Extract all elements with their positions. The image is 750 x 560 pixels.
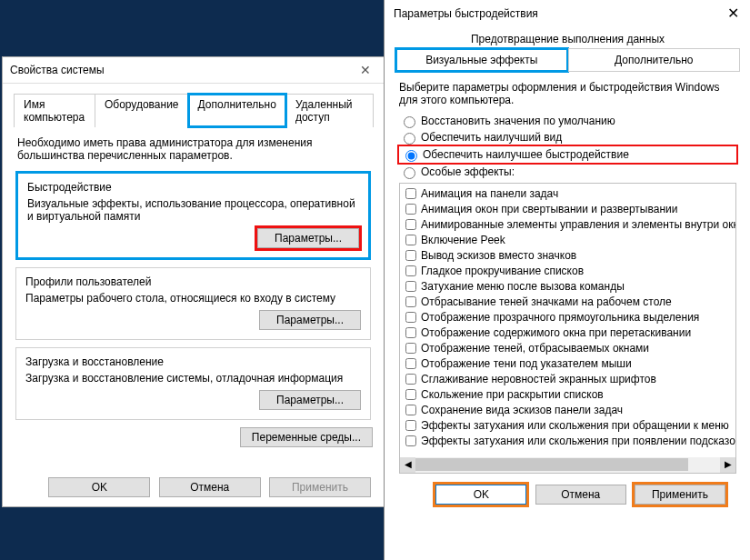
dialog1-footer: OK Отмена Применить bbox=[3, 477, 384, 497]
radio-label: Обеспечить наилучший вид bbox=[421, 131, 562, 144]
profiles-group: Профили пользователей Параметры рабочего… bbox=[15, 267, 371, 340]
performance-group-desc: Визуальные эффекты, использование процес… bbox=[27, 197, 359, 223]
radio-custom[interactable]: Особые эффекты: bbox=[399, 165, 736, 179]
effect-checkbox-row[interactable]: Отбрасывание теней значками на рабочем с… bbox=[404, 294, 732, 309]
dialog1-title: Свойства системы bbox=[10, 64, 105, 76]
effect-checkbox[interactable] bbox=[405, 219, 416, 230]
effect-checkbox[interactable] bbox=[405, 250, 416, 261]
radio-label: Особые эффекты: bbox=[421, 165, 515, 178]
effect-checkbox-row[interactable]: Анимация окон при свертывании и разверты… bbox=[404, 201, 732, 216]
dialog2-cancel-button[interactable]: Отмена bbox=[535, 485, 626, 505]
effect-checkbox-row[interactable]: Скольжение при раскрытии списков bbox=[404, 386, 732, 402]
effect-checkbox-row[interactable]: Отображение содержимого окна при перетас… bbox=[404, 325, 732, 340]
effect-label: Сглаживание неровностей экранных шрифтов bbox=[421, 373, 656, 385]
effect-checkbox[interactable] bbox=[405, 374, 416, 385]
effect-checkbox-row[interactable]: Сохранение вида эскизов панели задач bbox=[404, 402, 732, 417]
effect-checkbox-row[interactable]: Сглаживание неровностей экранных шрифтов bbox=[404, 371, 732, 386]
effect-checkbox-row[interactable]: Гладкое прокручивание списков bbox=[404, 263, 732, 278]
dialog2-apply-button[interactable]: Применить bbox=[635, 485, 725, 505]
effect-label: Отображение содержимого окна при перетас… bbox=[421, 326, 691, 339]
scroll-right-icon[interactable]: ▶ bbox=[720, 457, 735, 473]
performance-group: Быстродействие Визуальные эффекты, испол… bbox=[15, 171, 371, 260]
dialog2-ok-button[interactable]: OK bbox=[435, 485, 526, 505]
close-icon[interactable]: ✕ bbox=[347, 57, 384, 83]
effect-checkbox[interactable] bbox=[405, 358, 416, 369]
scroll-left-icon[interactable]: ◀ bbox=[400, 457, 415, 473]
scrollbar-thumb[interactable] bbox=[415, 458, 688, 471]
effect-checkbox[interactable] bbox=[405, 327, 416, 338]
effect-label: Эффекты затухания или скольжения при поя… bbox=[421, 435, 736, 447]
effect-checkbox[interactable] bbox=[405, 296, 416, 307]
effect-checkbox[interactable] bbox=[405, 343, 416, 354]
effect-checkbox-row[interactable]: Эффекты затухания или скольжения при обр… bbox=[404, 417, 732, 433]
effects-checklist[interactable]: Анимация на панели задачАнимация окон пр… bbox=[399, 183, 736, 474]
close-icon[interactable]: ✕ bbox=[715, 2, 750, 25]
dialog2-tabstrip: Визуальные эффекты Дополнительно bbox=[395, 48, 740, 72]
effect-checkbox[interactable] bbox=[405, 405, 416, 415]
scrollbar-track[interactable] bbox=[415, 457, 720, 473]
effect-checkbox[interactable] bbox=[405, 281, 416, 292]
dep-tab-label[interactable]: Предотвращение выполнения данных bbox=[395, 33, 740, 45]
radio-input[interactable] bbox=[404, 116, 415, 128]
effect-checkbox[interactable] bbox=[405, 204, 416, 215]
tab-advanced[interactable]: Дополнительно bbox=[188, 94, 286, 127]
effect-label: Включение Peek bbox=[421, 234, 505, 246]
startup-group-desc: Загрузка и восстановление системы, отлад… bbox=[25, 372, 361, 385]
performance-settings-button[interactable]: Параметры... bbox=[257, 228, 359, 248]
radio-input[interactable] bbox=[405, 150, 417, 162]
profiles-group-desc: Параметры рабочего стола, относящиеся ко… bbox=[25, 292, 361, 305]
effect-checkbox[interactable] bbox=[405, 389, 416, 400]
effect-checkbox[interactable] bbox=[405, 265, 416, 276]
effect-label: Анимация окон при свертывании и разверты… bbox=[421, 203, 677, 215]
profiles-settings-button[interactable]: Параметры... bbox=[259, 310, 361, 330]
tab-remote[interactable]: Удаленный доступ bbox=[285, 94, 374, 127]
dialog1-tabstrip: Имя компьютера Оборудование Дополнительн… bbox=[14, 93, 373, 127]
startup-group-title: Загрузка и восстановление bbox=[25, 355, 361, 368]
effect-label: Отображение теней, отбрасываемых окнами bbox=[421, 342, 649, 355]
effect-checkbox-row[interactable]: Анимированные элементы управления и элем… bbox=[404, 216, 732, 232]
radio-input[interactable] bbox=[404, 133, 415, 145]
effect-checkbox-row[interactable]: Отображение прозрачного прямоугольника в… bbox=[404, 309, 732, 325]
dialog2-title: Параметры быстродействия bbox=[394, 7, 538, 20]
dialog2-footer: OK Отмена Применить bbox=[395, 474, 740, 505]
dialog1-ok-button[interactable]: OK bbox=[48, 477, 150, 497]
effect-checkbox[interactable] bbox=[405, 188, 416, 199]
effect-label: Отображение тени под указателем мыши bbox=[421, 357, 632, 370]
horizontal-scrollbar[interactable]: ◀ ▶ bbox=[400, 457, 735, 473]
dialog1-apply-button[interactable]: Применить bbox=[269, 477, 371, 497]
radio-best-performance[interactable]: Обеспечить наилучшее быстродействие bbox=[399, 146, 736, 163]
radio-restore-defaults[interactable]: Восстановить значения по умолчанию bbox=[399, 114, 736, 128]
environment-variables-button[interactable]: Переменные среды... bbox=[240, 427, 373, 447]
tab-computer-name[interactable]: Имя компьютера bbox=[14, 94, 95, 127]
tab-advanced2[interactable]: Дополнительно bbox=[568, 48, 741, 72]
effect-label: Затухание меню после вызова команды bbox=[421, 280, 625, 293]
effect-label: Отбрасывание теней значками на рабочем с… bbox=[421, 295, 672, 308]
effect-checkbox-row[interactable]: Затухание меню после вызова команды bbox=[404, 278, 732, 294]
effect-checkbox[interactable] bbox=[405, 420, 416, 431]
system-properties-dialog: Свойства системы ✕ Имя компьютера Оборуд… bbox=[2, 56, 385, 507]
effect-checkbox-row[interactable]: Отображение тени под указателем мыши bbox=[404, 355, 732, 371]
tab-hardware[interactable]: Оборудование bbox=[95, 94, 189, 127]
effect-checkbox-row[interactable]: Отображение теней, отбрасываемых окнами bbox=[404, 340, 732, 355]
radio-label: Восстановить значения по умолчанию bbox=[421, 115, 615, 127]
radio-best-appearance[interactable]: Обеспечить наилучший вид bbox=[399, 130, 736, 145]
radio-input[interactable] bbox=[404, 167, 415, 179]
effect-label: Вывод эскизов вместо значков bbox=[421, 249, 576, 262]
performance-options-dialog: Параметры быстродействия ✕ Предотвращени… bbox=[384, 0, 750, 560]
effect-checkbox-row[interactable]: Включение Peek bbox=[404, 232, 732, 247]
dialog1-cancel-button[interactable]: Отмена bbox=[159, 477, 261, 497]
dialog2-titlebar: Параметры быстродействия ✕ bbox=[385, 0, 750, 27]
effect-checkbox[interactable] bbox=[405, 312, 416, 323]
effect-checkbox-row[interactable]: Вывод эскизов вместо значков bbox=[404, 247, 732, 263]
effect-checkbox[interactable] bbox=[405, 235, 416, 245]
effect-checkbox[interactable] bbox=[405, 435, 416, 446]
effect-checkbox-row[interactable]: Анимация на панели задач bbox=[404, 185, 732, 201]
effect-label: Отображение прозрачного прямоугольника в… bbox=[421, 311, 699, 324]
startup-settings-button[interactable]: Параметры... bbox=[259, 390, 361, 410]
effect-label: Эффекты затухания или скольжения при обр… bbox=[421, 419, 729, 432]
performance-group-title: Быстродействие bbox=[27, 181, 359, 194]
effect-label: Анимация на панели задач bbox=[421, 187, 558, 200]
tab-visual-effects[interactable]: Визуальные эффекты bbox=[395, 48, 568, 72]
effect-label: Гладкое прокручивание списков bbox=[421, 265, 584, 277]
effect-checkbox-row[interactable]: Эффекты затухания или скольжения при поя… bbox=[404, 433, 732, 448]
